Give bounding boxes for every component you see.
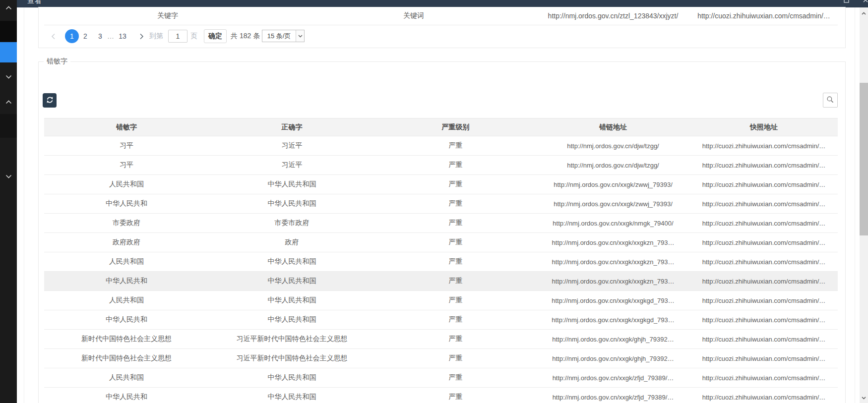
table-row[interactable]: 中华人民共和 中华人民共和国 严重 http://nmj.ordos.gov.c… — [44, 310, 838, 330]
severity-cell: 严重 — [375, 368, 536, 388]
snapshot-link-cell: http://cuozi.zhihuiwuxian.com/cmsadmin/… — [690, 233, 838, 252]
wrong-word-cell: 习平 — [44, 136, 209, 156]
severity-cell: 严重 — [375, 272, 536, 291]
correct-word-cell: 习近平 — [209, 136, 375, 156]
table-row[interactable]: 新时代中国特色社会主义思想 习近平新时代中国特色社会主义思想 严重 http:/… — [44, 349, 838, 368]
page-button[interactable]: 3 — [96, 29, 105, 44]
page-button[interactable]: 13 — [117, 29, 128, 44]
next-page-button[interactable] — [136, 29, 146, 44]
keyword-panel: 关键字 关键词 http://nmj.ordos.gov.cn/ztzl_123… — [38, 7, 846, 48]
severity-cell: 严重 — [375, 233, 536, 252]
wrong-word-cell: 人民共和国 — [44, 252, 209, 272]
table-row[interactable]: 中华人民共和 中华人民共和国 严重 http://nmj.ordos.gov.c… — [44, 194, 838, 214]
page-unit-label: 页 — [190, 29, 197, 44]
keyword-term-cell: 关键词 — [291, 7, 536, 25]
goto-page-input[interactable] — [168, 30, 187, 43]
chevron-down-icon[interactable] — [0, 172, 17, 181]
error-link-cell: http://nmj.ordos.gov.cn/djw/tzgg/ — [536, 136, 690, 156]
wrong-word-cell: 人民共和国 — [44, 291, 209, 310]
error-link-cell: http://nmj.ordos.gov.cn/xxgk/xxgkzn_793… — [536, 252, 690, 272]
table-row[interactable]: 人民共和国 中华人民共和国 严重 http://nmj.ordos.gov.cn… — [44, 252, 838, 272]
snapshot-link-cell: http://cuozi.zhihuiwuxian.com/cmsadmin/… — [690, 388, 838, 403]
severity-cell: 严重 — [375, 310, 536, 330]
chevron-down-icon[interactable] — [0, 72, 17, 82]
wrong-word-cell: 中华人民共和 — [44, 388, 209, 403]
col-header: 快照地址 — [690, 118, 838, 136]
page-size-value: 15 条/页 — [262, 32, 296, 41]
refresh-button[interactable] — [43, 93, 57, 108]
table-row[interactable]: 人民共和国 中华人民共和国 严重 http://nmj.ordos.gov.cn… — [44, 291, 838, 310]
page-title: 查看 — [27, 0, 42, 5]
correct-word-cell: 中华人民共和国 — [209, 175, 375, 194]
chevron-up-icon[interactable] — [0, 3, 17, 13]
page-size-select[interactable]: 15 条/页 — [262, 30, 305, 42]
correct-word-cell: 中华人民共和国 — [209, 272, 375, 291]
page-button-active[interactable]: 1 — [65, 29, 79, 43]
pagination: 1 2 3 … 13 到第 页 确定 共 182 条 15 条/页 — [44, 29, 838, 44]
col-header: 错敏字 — [44, 118, 209, 136]
page-ellipsis: … — [107, 29, 115, 44]
correct-word-cell: 习近平新时代中国特色社会主义思想 — [209, 349, 375, 368]
confirm-button[interactable]: 确定 — [204, 29, 227, 43]
snapshot-link-cell: http://cuozi.zhihuiwuxian.com/cmsadmin/… — [690, 349, 838, 368]
col-header: 错链地址 — [536, 118, 690, 136]
scroll-up-icon[interactable] — [860, 9, 868, 17]
correct-word-cell: 中华人民共和国 — [209, 388, 375, 403]
sidebar-item-active[interactable] — [0, 42, 17, 62]
table-row[interactable]: 政府政府 政府 严重 http://nmj.ordos.gov.cn/xxgk/… — [44, 233, 838, 252]
col-header: 严重级别 — [375, 118, 536, 136]
close-icon[interactable] — [862, 0, 868, 4]
correct-word-cell: 习近平新时代中国特色社会主义思想 — [209, 330, 375, 349]
page-button[interactable]: 2 — [81, 29, 90, 44]
table-row[interactable]: 中华人民共和 中华人民共和国 严重 http://nmj.ordos.gov.c… — [44, 388, 838, 403]
error-link-cell: http://nmj.ordos.gov.cn/xxgk/ghjh_79392… — [536, 330, 690, 349]
error-link-cell: http://nmj.ordos.gov.cn/xxgk/zfjd_79389/… — [536, 368, 690, 388]
scroll-down-icon[interactable] — [860, 394, 868, 402]
severity-cell: 严重 — [375, 291, 536, 310]
wrong-word-cell: 习平 — [44, 156, 209, 175]
chevron-up-icon[interactable] — [0, 97, 17, 107]
sidebar-item-dark[interactable] — [0, 21, 17, 42]
snapshot-link-cell: http://cuozi.zhihuiwuxian.com/cmsadmin/… — [690, 7, 838, 25]
table-row[interactable]: 市委政府 市委市政府 严重 http://nmj.ordos.gov.cn/xx… — [44, 214, 838, 233]
col-header: 正确字 — [209, 118, 375, 136]
magnifier-icon — [826, 96, 834, 105]
table-header-row: 错敏字 正确字 严重级别 错链地址 快照地址 — [44, 118, 838, 136]
severity-cell: 严重 — [375, 136, 536, 156]
snapshot-link-cell: http://cuozi.zhihuiwuxian.com/cmsadmin/… — [690, 214, 838, 233]
wrong-word-cell: 新时代中国特色社会主义思想 — [44, 349, 209, 368]
severity-cell: 严重 — [375, 194, 536, 214]
severity-cell: 严重 — [375, 214, 536, 233]
title-bar: 查看 — [17, 0, 868, 7]
wrong-word-cell: 人民共和国 — [44, 175, 209, 194]
correct-word-cell: 中华人民共和国 — [209, 252, 375, 272]
correct-word-cell: 市委市政府 — [209, 214, 375, 233]
table-row[interactable]: 人民共和国 中华人民共和国 严重 http://nmj.ordos.gov.cn… — [44, 175, 838, 194]
wrong-word-cell: 中华人民共和 — [44, 194, 209, 214]
sidebar-item-mid[interactable] — [0, 114, 17, 138]
snapshot-link-cell: http://cuozi.zhihuiwuxian.com/cmsadmin/… — [690, 194, 838, 214]
correct-word-cell: 中华人民共和国 — [209, 291, 375, 310]
error-link-cell: http://nmj.ordos.gov.cn/djw/tzgg/ — [536, 156, 690, 175]
snapshot-link-cell: http://cuozi.zhihuiwuxian.com/cmsadmin/… — [690, 368, 838, 388]
error-link-cell: http://nmj.ordos.gov.cn/xxgk/xxgkgd_793… — [536, 310, 690, 330]
wrong-word-cell: 中华人民共和 — [44, 272, 209, 291]
table-row[interactable]: 习平 习近平 严重 http://nmj.ordos.gov.cn/djw/tz… — [44, 136, 838, 156]
restore-window-icon[interactable] — [843, 0, 850, 4]
table-row[interactable]: 新时代中国特色社会主义思想 习近平新时代中国特色社会主义思想 严重 http:/… — [44, 330, 838, 349]
cuozi-table-body: 习平 习近平 严重 http://nmj.ordos.gov.cn/djw/tz… — [44, 136, 838, 403]
table-row[interactable]: 习平 习近平 严重 http://nmj.ordos.gov.cn/djw/tz… — [44, 156, 838, 175]
table-row[interactable]: 人民共和国 中华人民共和国 严重 http://nmj.ordos.gov.cn… — [44, 368, 838, 388]
snapshot-link-cell: http://cuozi.zhihuiwuxian.com/cmsadmin/… — [690, 291, 838, 310]
wrong-word-cell: 人民共和国 — [44, 368, 209, 388]
cuozi-table: 错敏字 正确字 严重级别 错链地址 快照地址 习平 习近平 严重 http://… — [44, 118, 838, 403]
table-row[interactable]: 中华人民共和 中华人民共和国 严重 http://nmj.ordos.gov.c… — [44, 272, 838, 291]
search-button[interactable] — [823, 93, 838, 108]
error-link-cell: http://nmj.ordos.gov.cn/xxgk/xxgkzn_793… — [536, 272, 690, 291]
scrollbar-thumb[interactable] — [860, 83, 868, 235]
prev-page-button[interactable] — [48, 29, 58, 44]
snapshot-link-cell: http://cuozi.zhihuiwuxian.com/cmsadmin/… — [690, 156, 838, 175]
error-link-cell: http://nmj.ordos.gov.cn/xxgk/xxgkgd_793… — [536, 291, 690, 310]
vertical-scrollbar[interactable] — [860, 7, 868, 403]
table-row[interactable]: 关键字 关键词 http://nmj.ordos.gov.cn/ztzl_123… — [44, 7, 838, 25]
